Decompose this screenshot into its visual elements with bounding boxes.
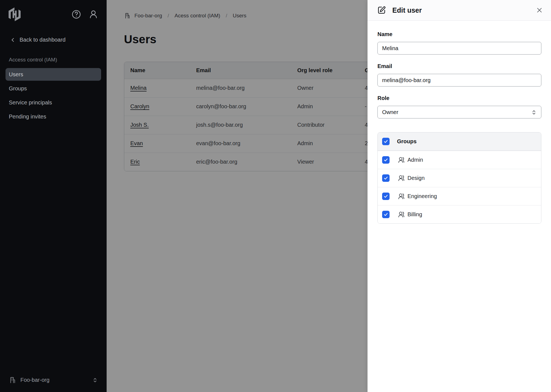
role-select-value: Owner [382, 109, 398, 115]
users-icon [398, 211, 405, 218]
user-icon[interactable] [88, 9, 98, 19]
group-checkbox[interactable] [382, 193, 390, 200]
back-to-dashboard-link[interactable]: Back to dashboard [10, 37, 107, 43]
group-checkbox[interactable] [382, 174, 390, 182]
back-to-dashboard-label: Back to dashboard [20, 37, 66, 43]
groups-select-all-checkbox[interactable] [382, 138, 390, 145]
group-row-admin: Admin [378, 151, 541, 169]
close-icon[interactable] [536, 6, 543, 14]
name-field-label: Name [377, 31, 541, 38]
users-icon [398, 156, 405, 163]
users-icon [398, 175, 405, 182]
group-row-billing: Billing [378, 205, 541, 223]
group-checkbox[interactable] [382, 156, 390, 164]
chevrons-up-down-icon [92, 377, 98, 383]
group-row-design: Design [378, 169, 541, 187]
sidebar-item-label: Service principals [9, 99, 52, 106]
email-field[interactable] [377, 74, 541, 86]
org-switcher[interactable]: Foo-bar-org [0, 369, 107, 392]
sidebar-top-icons [71, 9, 98, 19]
groups-checklist: Groups Admin Design [377, 132, 541, 224]
sidebar-section-label: Access control (IAM) [9, 57, 107, 63]
sidebar-nav: Users Groups Service principals Pending … [6, 68, 101, 123]
group-label: Billing [407, 211, 422, 218]
chevron-left-icon [10, 37, 16, 43]
sidebar-item-groups[interactable]: Groups [6, 82, 101, 95]
group-label: Engineering [407, 193, 437, 199]
group-label: Admin [407, 157, 423, 163]
building-icon [9, 376, 16, 384]
chevrons-up-down-icon [531, 109, 537, 116]
users-icon [398, 193, 405, 200]
org-switcher-label: Foo-bar-org [20, 377, 88, 383]
sidebar-item-pending-invites[interactable]: Pending invites [6, 110, 101, 123]
role-select[interactable]: Owner [377, 106, 541, 118]
role-field-label: Role [377, 95, 541, 102]
group-row-engineering: Engineering [378, 187, 541, 205]
sidebar-top [0, 0, 107, 21]
sidebar-item-label: Pending invites [9, 113, 46, 120]
hashicorp-logo[interactable] [7, 7, 22, 21]
sidebar-item-users[interactable]: Users [6, 68, 101, 81]
sidebar-item-label: Users [9, 71, 23, 78]
sidebar: Back to dashboard Access control (IAM) U… [0, 0, 107, 392]
sidebar-item-service-principals[interactable]: Service principals [6, 96, 101, 109]
drawer-body: Name Email Role Owner Groups [368, 21, 551, 224]
help-icon[interactable] [71, 9, 81, 19]
sidebar-item-label: Groups [9, 85, 27, 92]
email-field-label: Email [377, 63, 541, 70]
edit-user-drawer: Edit user Name Email Role Owner Groups [368, 0, 551, 392]
drawer-header: Edit user [368, 0, 551, 21]
drawer-title: Edit user [392, 6, 530, 14]
group-label: Design [407, 175, 425, 181]
group-checkbox[interactable] [382, 211, 390, 218]
groups-header-row: Groups [378, 133, 541, 151]
groups-header-label: Groups [397, 138, 417, 145]
edit-icon [377, 6, 386, 15]
name-field[interactable] [377, 42, 541, 55]
